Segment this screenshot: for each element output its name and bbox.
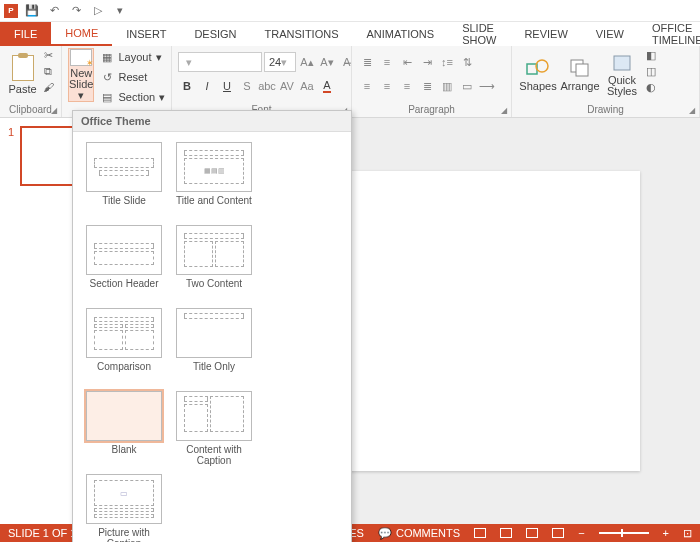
align-left-icon[interactable]: ≡ (358, 76, 376, 96)
indent-more-icon[interactable]: ⇥ (418, 52, 436, 72)
new-slide-label: New Slide ▾ (69, 68, 93, 101)
tab-review[interactable]: REVIEW (510, 22, 581, 46)
align-center-icon[interactable]: ≡ (378, 76, 396, 96)
shadow-button[interactable]: S (238, 76, 256, 96)
layout-content-caption[interactable]: Content with Caption (169, 387, 259, 470)
dropdown-header: Office Theme (73, 111, 351, 132)
zoom-slider[interactable] (599, 532, 649, 534)
indent-less-icon[interactable]: ⇤ (398, 52, 416, 72)
undo-icon[interactable]: ↶ (46, 3, 62, 19)
layout-label: Section Header (90, 278, 159, 300)
font-color-button[interactable]: A (318, 76, 336, 96)
shape-effects-icon[interactable]: ◐ (644, 80, 658, 94)
fit-window-icon[interactable]: ⊡ (683, 527, 692, 540)
layout-section-header[interactable]: Section Header (79, 221, 169, 304)
arrange-label: Arrange (560, 80, 599, 92)
tab-insert[interactable]: INSERT (112, 22, 180, 46)
reading-view-icon[interactable] (526, 528, 538, 538)
shape-fill-icon[interactable]: ◧ (644, 48, 658, 62)
sorter-view-icon[interactable] (500, 528, 512, 538)
layout-label: Comparison (97, 361, 151, 383)
cut-icon[interactable]: ✂ (41, 48, 55, 62)
format-painter-icon[interactable]: 🖌 (41, 80, 55, 94)
comments-button[interactable]: 💬 COMMENTS (378, 527, 460, 540)
qat-more-icon[interactable]: ▾ (112, 3, 128, 19)
shapes-button[interactable]: Shapes (518, 48, 558, 102)
underline-button[interactable]: U (218, 76, 236, 96)
reset-button[interactable]: ↺Reset (96, 68, 169, 86)
layout-label: Content with Caption (173, 444, 255, 466)
layout-two-content[interactable]: Two Content (169, 221, 259, 304)
tab-transitions[interactable]: TRANSITIONS (251, 22, 353, 46)
align-right-icon[interactable]: ≡ (398, 76, 416, 96)
arrange-icon (569, 58, 591, 78)
columns-icon[interactable]: ▥ (438, 76, 456, 96)
layout-picture-caption[interactable]: ▭ Picture with Caption (79, 470, 169, 542)
thumbnail-number: 1 (8, 126, 14, 186)
shapes-label: Shapes (519, 80, 556, 92)
tab-home[interactable]: HOME (51, 22, 112, 46)
zoom-in-icon[interactable]: + (663, 527, 669, 539)
layout-title-content[interactable]: ▦▤▥ Title and Content (169, 138, 259, 221)
line-spacing-icon[interactable]: ↕≡ (438, 52, 456, 72)
shrink-font-icon[interactable]: A▾ (318, 52, 336, 72)
new-slide-dropdown: Office Theme Title Slide ▦▤▥ Title and C… (72, 110, 352, 542)
layout-label: Picture with Caption (83, 527, 165, 542)
grow-font-icon[interactable]: A▴ (298, 52, 316, 72)
section-icon: ▤ (100, 90, 114, 104)
group-font: ▾ 24 ▾ A▴ A▾ A̶ B I U S abc AV Aa A Font… (172, 46, 352, 117)
drawing-launcher-icon[interactable]: ◢ (687, 105, 697, 115)
clipboard-group-label: Clipboard (6, 104, 55, 117)
smartart-icon[interactable]: ⟶ (478, 76, 496, 96)
justify-icon[interactable]: ≣ (418, 76, 436, 96)
layout-comparison[interactable]: Comparison (79, 304, 169, 387)
redo-icon[interactable]: ↷ (68, 3, 84, 19)
layout-icon: ▦ (100, 50, 114, 64)
tab-animations[interactable]: ANIMATIONS (353, 22, 449, 46)
layout-blank[interactable]: Blank (79, 387, 169, 470)
paragraph-launcher-icon[interactable]: ◢ (499, 105, 509, 115)
spacing-button[interactable]: AV (278, 76, 296, 96)
layout-title-only[interactable]: Title Only (169, 304, 259, 387)
layout-label: Title Only (193, 361, 235, 383)
strike-button[interactable]: abc (258, 76, 276, 96)
shape-outline-icon[interactable]: ◫ (644, 64, 658, 78)
slide-counter: SLIDE 1 OF 1 (8, 527, 76, 539)
zoom-out-icon[interactable]: − (578, 527, 584, 539)
slideshow-view-icon[interactable] (552, 528, 564, 538)
section-button[interactable]: ▤Section ▾ (96, 88, 169, 106)
group-slides: New Slide ▾ ▦Layout ▾ ↺Reset ▤Section ▾ (62, 46, 172, 117)
quick-styles-label: Quick Styles (602, 75, 642, 97)
tab-file[interactable]: FILE (0, 22, 51, 46)
bullets-icon[interactable]: ≣ (358, 52, 376, 72)
layout-label: Blank (111, 444, 136, 466)
align-text-icon[interactable]: ▭ (458, 76, 476, 96)
tab-slideshow[interactable]: SLIDE SHOW (448, 22, 510, 46)
text-direction-icon[interactable]: ⇅ (458, 52, 476, 72)
ribbon-tabs: FILE HOME INSERT DESIGN TRANSITIONS ANIM… (0, 22, 700, 46)
quick-styles-button[interactable]: Quick Styles (602, 48, 642, 102)
paste-button[interactable]: Paste (6, 48, 39, 102)
font-size-input[interactable]: 24 ▾ (264, 52, 296, 72)
normal-view-icon[interactable] (474, 528, 486, 538)
tab-office-timeline[interactable]: OFFICE TIMELINE+ (638, 22, 700, 46)
paste-label: Paste (8, 83, 36, 95)
layout-button[interactable]: ▦Layout ▾ (96, 48, 169, 66)
clipboard-launcher-icon[interactable]: ◢ (49, 105, 59, 115)
tab-view[interactable]: VIEW (582, 22, 638, 46)
layout-label: Two Content (186, 278, 242, 300)
copy-icon[interactable]: ⧉ (41, 64, 55, 78)
start-slideshow-icon[interactable]: ▷ (90, 3, 106, 19)
bold-button[interactable]: B (178, 76, 196, 96)
case-button[interactable]: Aa (298, 76, 316, 96)
font-name-input[interactable]: ▾ (178, 52, 262, 72)
new-slide-button[interactable]: New Slide ▾ (68, 48, 94, 102)
layout-title-slide[interactable]: Title Slide (79, 138, 169, 221)
italic-button[interactable]: I (198, 76, 216, 96)
paragraph-group-label: Paragraph (358, 104, 505, 117)
numbering-icon[interactable]: ≡ (378, 52, 396, 72)
arrange-button[interactable]: Arrange (560, 48, 600, 102)
app-icon: P (4, 4, 18, 18)
save-icon[interactable]: 💾 (24, 3, 40, 19)
tab-design[interactable]: DESIGN (180, 22, 250, 46)
